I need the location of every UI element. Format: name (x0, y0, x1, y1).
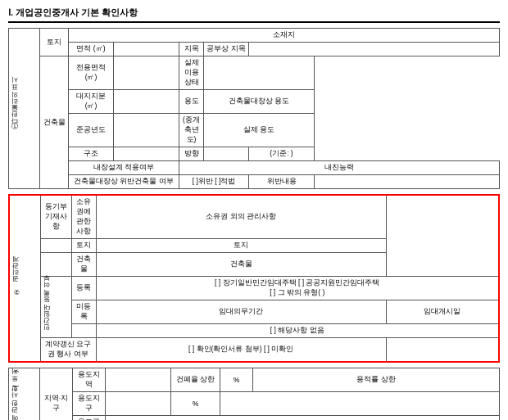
area-label: 면적 (㎡) (69, 43, 114, 56)
private-rental-label: 민간임대 등록 여부 (40, 277, 71, 338)
violation-opts: [ ]위반 [ ]적법 (179, 175, 249, 189)
violation-label: 건축물대장상 위반건축물 여부 (69, 175, 179, 189)
direction-value[interactable] (204, 147, 249, 161)
direction-note: (기준: ) (249, 147, 315, 161)
floor-area-label: 용적률 상한 (253, 368, 500, 392)
interior-label: 내장설계 적용여부 (69, 161, 179, 175)
interior-value: 내진능력 (179, 161, 500, 175)
exclusive-area-value[interactable] (114, 56, 179, 90)
building-other-label: 건축물 (96, 253, 386, 277)
building-coverage-pct: % (220, 368, 253, 392)
use-label2: 용도 (179, 90, 204, 114)
use-district-label: 용도지구 (73, 392, 106, 416)
jimok-label: 지목 (179, 43, 204, 56)
violation-content-label: 위반내용 (249, 175, 315, 189)
actual-use-label: 실제 이용 상태 (179, 56, 204, 90)
confirm-label: [ ] 확인(확인서류 첨부) [ ] 미확인 (96, 338, 386, 363)
use-zone-label: 용도지역 (73, 368, 106, 392)
sub-registry2 (40, 253, 71, 277)
section3-label: ③토지이용계획, 공법상 이용제한 및 거래에 관한 사항 (토지) (9, 368, 40, 421)
public-jimok-label: 공부상 지목 (204, 43, 249, 56)
land-label: 토지 (40, 29, 69, 56)
floor-pct: % (171, 392, 220, 416)
building-use-label: 건축물대장상 용도 (204, 90, 315, 114)
completion-label: 준공년도 (69, 114, 114, 147)
section1-label: ①다란물리의 표시 (9, 29, 40, 189)
building-coverage-label: 건폐율 상한 (171, 368, 220, 392)
ownership-label: 소유권에 관한 사항 (71, 195, 96, 239)
violation-content-value[interactable] (315, 175, 500, 189)
lease-start-label: 임대개시일 (386, 300, 499, 324)
sub-registry (40, 239, 71, 253)
region-district-label: 지역·지구 (40, 368, 73, 421)
location-label: 소재지 (69, 29, 500, 43)
use-zone-value[interactable] (106, 368, 171, 392)
structure-label: 구조 (69, 147, 114, 161)
area-value[interactable] (114, 43, 179, 56)
no-issue: [ ] 해당사항 없음 (96, 324, 499, 338)
section2-label: ② 권리관계 (9, 195, 40, 362)
page-title: Ⅰ. 개업공인중개사 기본 확인사항 (8, 7, 500, 23)
register-label: 등록 (71, 277, 96, 300)
public-jimok-value[interactable] (249, 43, 500, 56)
other-rights-label: 소유권 외의 관리사항 (96, 195, 386, 239)
use-area-label: 용도구역 (73, 416, 106, 421)
lease-period-label: 임대의무기간 (96, 300, 386, 324)
actual-use2-label: 실제 용도 (204, 114, 315, 147)
land-own-label: 토지 (71, 239, 96, 253)
daejiji-value[interactable] (114, 90, 179, 114)
use-district-value[interactable] (106, 392, 171, 416)
daejiji-label: 대지지분 (㎡) (69, 90, 114, 114)
land-other-label: 토지 (96, 239, 386, 253)
unregister-label: 미등록 (71, 300, 96, 324)
completion-value[interactable] (114, 114, 179, 147)
intermediary-label: (중개축년도) (179, 114, 204, 147)
direction-label: 방향 (179, 147, 204, 161)
actual-use-value[interactable] (204, 56, 315, 90)
contract-renewal-label: 계약갱신 요구권 행사 여부 (40, 338, 96, 363)
structure-value[interactable] (114, 147, 179, 161)
floor-area-value[interactable] (220, 392, 500, 416)
building-label: 건축물 (40, 56, 69, 189)
no-issue-spacer (71, 324, 96, 338)
building-own-label: 건축물 (71, 253, 96, 277)
exclusive-area-label: 전용면적 (㎡) (69, 56, 114, 90)
registry-label: 등기부 기재사항 (40, 195, 71, 239)
register-types: [ ] 장기일반민간임대주택 [ ] 공공지원민간임대주택 [ ] 그 밖의 유… (96, 277, 499, 300)
use-area-value[interactable] (106, 416, 500, 421)
